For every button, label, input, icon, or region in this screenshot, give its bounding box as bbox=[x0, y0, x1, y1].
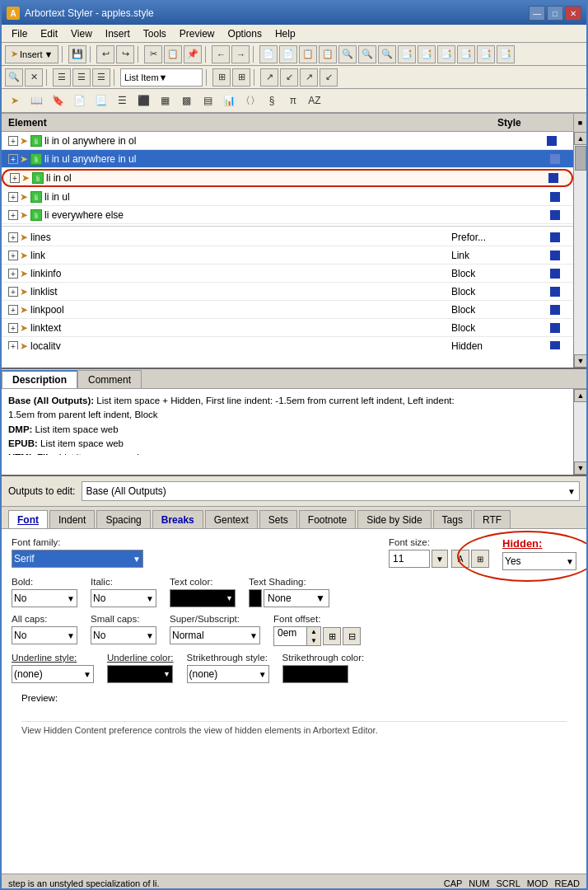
tree-row[interactable]: + ➤ link Link bbox=[2, 246, 573, 265]
text-color-swatch[interactable]: ▼ bbox=[170, 589, 236, 607]
font-offset-icon-1[interactable]: ⊞ bbox=[323, 627, 341, 645]
tb2-btn-3[interactable]: ☰ bbox=[53, 68, 71, 87]
expand-icon[interactable]: + bbox=[8, 341, 18, 350]
close-button[interactable]: ✕ bbox=[565, 6, 581, 21]
icon-pi[interactable]: π bbox=[283, 91, 303, 110]
font-size-input[interactable]: 11 bbox=[389, 550, 430, 568]
expand-icon[interactable]: + bbox=[8, 323, 18, 333]
icon-align-left[interactable]: ⬛ bbox=[133, 91, 153, 110]
menu-view[interactable]: View bbox=[64, 26, 99, 41]
tree-scrollbar[interactable]: ▲ ▼ bbox=[573, 132, 586, 368]
tb-btn-7[interactable]: 🔍 bbox=[378, 45, 396, 63]
cut-button[interactable]: ✂ bbox=[144, 45, 162, 63]
tb2-btn-11[interactable]: ↙ bbox=[320, 68, 338, 87]
font-size-icon-2[interactable]: ⊞ bbox=[471, 550, 489, 568]
menu-help[interactable]: Help bbox=[268, 26, 302, 41]
tb2-btn-6[interactable]: ⊞ bbox=[212, 68, 231, 87]
tb-btn-6[interactable]: 🔍 bbox=[358, 45, 376, 63]
tab-rtf[interactable]: RTF bbox=[474, 510, 511, 528]
menu-tools[interactable]: Tools bbox=[137, 26, 173, 41]
tb2-btn-9[interactable]: ↙ bbox=[280, 68, 298, 87]
strikethrough-style-select[interactable]: (none) ▼ bbox=[187, 665, 269, 683]
copy-button[interactable]: 📋 bbox=[164, 45, 182, 63]
tb2-btn-1[interactable]: 🔍 bbox=[5, 68, 23, 87]
tree-row[interactable]: + ➤ linktext Block bbox=[2, 319, 573, 337]
small-caps-select[interactable]: No ▼ bbox=[91, 626, 156, 644]
tab-spacing[interactable]: Spacing bbox=[96, 510, 150, 528]
tb-btn-1[interactable]: 📄 bbox=[259, 45, 278, 63]
tree-row[interactable]: + ➤ linklist Block bbox=[2, 283, 573, 301]
maximize-button[interactable]: □ bbox=[547, 6, 563, 21]
icon-arrow-yellow[interactable]: ➤ bbox=[5, 91, 25, 110]
desc-scroll-down[interactable]: ▼ bbox=[574, 461, 586, 475]
tree-row[interactable]: + ➤ linkpool Block bbox=[2, 301, 573, 319]
tree-row[interactable]: + ➤ li li in ul bbox=[2, 188, 573, 206]
expand-icon[interactable]: + bbox=[8, 210, 18, 220]
font-offset-input[interactable]: 0em bbox=[274, 627, 307, 645]
expand-icon[interactable]: + bbox=[8, 305, 18, 315]
scroll-up-button[interactable]: ▲ bbox=[574, 132, 586, 145]
icon-grid[interactable]: ▤ bbox=[198, 91, 217, 110]
strikethrough-color-swatch[interactable] bbox=[282, 665, 348, 683]
tab-breaks[interactable]: Breaks bbox=[152, 510, 203, 528]
tb-btn-11[interactable]: 📑 bbox=[457, 45, 475, 63]
expand-icon[interactable]: + bbox=[8, 251, 18, 260]
tree-row[interactable]: + ➤ li li in ul anywhere in ul bbox=[2, 150, 573, 168]
tab-font[interactable]: Font bbox=[8, 510, 48, 528]
font-size-icon-1[interactable]: A bbox=[451, 550, 469, 568]
tb-btn-8[interactable]: 📑 bbox=[398, 45, 416, 63]
tb-btn-13[interactable]: 📑 bbox=[497, 45, 515, 63]
expand-icon[interactable]: + bbox=[8, 154, 18, 164]
tb2-btn-10[interactable]: ↗ bbox=[300, 68, 318, 87]
tb-btn-2[interactable]: 📄 bbox=[279, 45, 297, 63]
icon-code[interactable]: 〈〉 bbox=[240, 91, 260, 110]
icon-doc2[interactable]: 📃 bbox=[91, 91, 110, 110]
icon-list[interactable]: ☰ bbox=[112, 91, 132, 110]
menu-file[interactable]: File bbox=[5, 26, 34, 41]
minimize-button[interactable]: — bbox=[529, 6, 545, 21]
font-size-dropdown[interactable]: ▼ bbox=[432, 550, 448, 568]
icon-az[interactable]: AZ bbox=[305, 91, 324, 110]
tab-gentext[interactable]: Gentext bbox=[205, 510, 258, 528]
outputs-select[interactable]: Base (All Outputs) ▼ bbox=[82, 481, 580, 501]
italic-select[interactable]: No ▼ bbox=[91, 589, 156, 607]
tb2-btn-8[interactable]: ↗ bbox=[260, 68, 278, 87]
icon-chart[interactable]: 📊 bbox=[219, 91, 239, 110]
icon-bookmark[interactable]: 🔖 bbox=[48, 91, 68, 110]
scroll-down-button[interactable]: ▼ bbox=[574, 354, 586, 368]
expand-icon[interactable]: + bbox=[8, 192, 18, 202]
menu-insert[interactable]: Insert bbox=[99, 26, 137, 41]
desc-scroll-up[interactable]: ▲ bbox=[574, 389, 586, 402]
redo-button[interactable]: ↪ bbox=[116, 45, 134, 63]
tab-description[interactable]: Description bbox=[2, 370, 77, 388]
bold-select[interactable]: No ▼ bbox=[12, 589, 77, 607]
font-family-select[interactable]: Serif ▼ bbox=[12, 550, 143, 568]
tab-indent[interactable]: Indent bbox=[49, 510, 95, 528]
tab-tags[interactable]: Tags bbox=[433, 510, 472, 528]
expand-icon[interactable]: + bbox=[10, 173, 20, 183]
menu-preview[interactable]: Preview bbox=[173, 26, 222, 41]
fwd-button[interactable]: → bbox=[231, 45, 250, 63]
underline-style-select[interactable]: (none) ▼ bbox=[12, 665, 94, 683]
tree-row-li-in-ol[interactable]: + ➤ li li in ol bbox=[2, 169, 573, 187]
tb-btn-9[interactable]: 📑 bbox=[418, 45, 436, 63]
text-shading-select[interactable]: None ▼ bbox=[264, 589, 329, 607]
insert-button[interactable]: ➤ Insert ▼ bbox=[5, 45, 58, 63]
super-subscript-select[interactable]: Normal ▼ bbox=[170, 626, 260, 644]
icon-doc-empty[interactable]: 📄 bbox=[69, 91, 89, 110]
menu-edit[interactable]: Edit bbox=[34, 26, 64, 41]
icon-table[interactable]: ▩ bbox=[176, 91, 196, 110]
tb2-btn-7[interactable]: ⊞ bbox=[232, 68, 250, 87]
hidden-select[interactable]: Yes ▼ bbox=[502, 552, 576, 570]
all-caps-select[interactable]: No ▼ bbox=[12, 626, 77, 644]
scroll-thumb[interactable] bbox=[575, 146, 586, 171]
expand-icon[interactable]: + bbox=[8, 269, 18, 279]
tb-btn-3[interactable]: 📋 bbox=[299, 45, 317, 63]
tree-row[interactable]: + ➤ li li in ol anywhere in ol bbox=[2, 132, 573, 150]
font-offset-icon-2[interactable]: ⊟ bbox=[343, 627, 361, 645]
expand-icon[interactable]: + bbox=[8, 232, 18, 242]
menu-options[interactable]: Options bbox=[222, 26, 268, 41]
tab-comment[interactable]: Comment bbox=[77, 370, 142, 388]
desc-scrollbar[interactable]: ▲ ▼ bbox=[573, 389, 586, 475]
tab-sets[interactable]: Sets bbox=[259, 510, 297, 528]
